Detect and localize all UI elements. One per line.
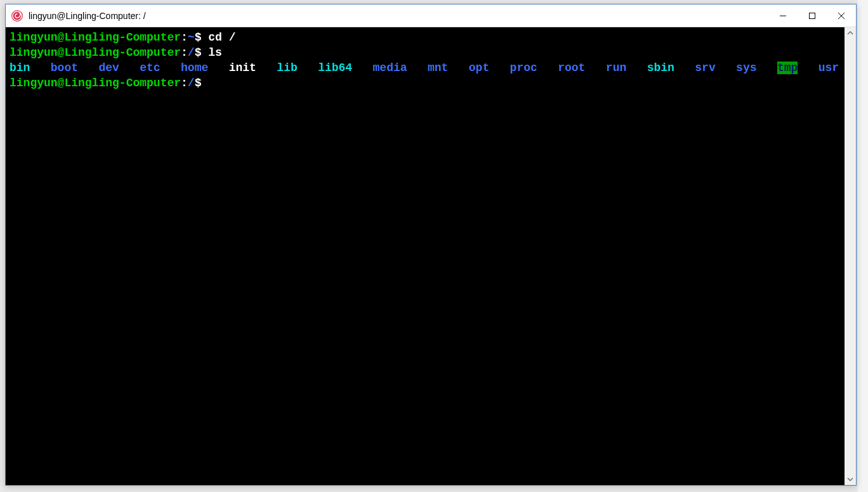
ls-entry-root: root (558, 62, 585, 74)
window-title: lingyun@Lingling-Computer: / (29, 11, 768, 21)
ls-entry-init: init (229, 62, 256, 74)
ls-entry-media: media (373, 62, 407, 74)
prompt-path: / (188, 77, 195, 89)
prompt-path: / (188, 46, 195, 59)
minimize-icon (779, 12, 787, 20)
svg-rect-2 (810, 13, 815, 18)
command-text: cd / (208, 31, 235, 44)
close-icon (838, 12, 845, 20)
prompt-dollar: $ (195, 31, 202, 44)
scroll-up-button[interactable] (845, 27, 856, 39)
ls-entry-dev: dev (98, 62, 119, 74)
ls-entry-lib64: lib64 (318, 62, 352, 74)
terminal-content[interactable]: lingyun@Lingling-Computer:~$ cd / lingyu… (6, 27, 845, 485)
prompt-sep: : (181, 46, 188, 59)
command-text: ls (208, 46, 222, 59)
app-icon (11, 10, 23, 22)
prompt-user-host: lingyun@Lingling-Computer (10, 77, 181, 89)
ls-entry-sys: sys (736, 62, 756, 74)
ls-entry-proc: proc (510, 62, 537, 74)
close-button[interactable] (827, 4, 856, 27)
prompt-dollar: $ (195, 77, 202, 89)
chevron-down-icon (847, 476, 853, 482)
chevron-up-icon (847, 30, 853, 36)
ls-entry-sbin: sbin (647, 62, 674, 74)
ls-entry-bin: bin (10, 62, 30, 74)
scroll-down-button[interactable] (845, 474, 856, 485)
terminal-window: lingyun@Lingling-Computer: / lingyun@Lin… (5, 4, 857, 486)
ls-entry-usr: usr (819, 62, 839, 74)
ls-entry-home: home (181, 62, 208, 74)
prompt-sep: : (181, 77, 188, 89)
minimize-button[interactable] (768, 4, 798, 27)
window-controls (768, 4, 856, 27)
background-strip (858, 0, 868, 492)
ls-entry-lib: lib (277, 62, 297, 74)
ls-entry-run: run (606, 62, 626, 74)
maximize-button[interactable] (798, 4, 827, 27)
prompt-sep: : (181, 31, 188, 44)
ls-entry-etc: etc (140, 62, 160, 74)
ls-entry-opt: opt (469, 62, 489, 74)
maximize-icon (808, 12, 816, 20)
ls-entry-tmp: tmp (777, 62, 798, 74)
scrollbar-track[interactable] (845, 39, 856, 474)
ls-entry-mnt: mnt (428, 62, 448, 74)
prompt-dollar: $ (195, 46, 202, 59)
prompt-path: ~ (188, 31, 195, 44)
vertical-scrollbar[interactable] (845, 27, 856, 485)
ls-entry-boot: boot (51, 62, 78, 74)
ls-output-line: bin boot dev etc home init lib lib64 med… (10, 62, 845, 74)
prompt-user-host: lingyun@Lingling-Computer (10, 31, 181, 44)
prompt-user-host: lingyun@Lingling-Computer (10, 46, 181, 59)
title-bar[interactable]: lingyun@Lingling-Computer: / (6, 4, 856, 27)
ls-entry-srv: srv (695, 62, 715, 74)
terminal-wrap: lingyun@Lingling-Computer:~$ cd / lingyu… (6, 27, 856, 485)
